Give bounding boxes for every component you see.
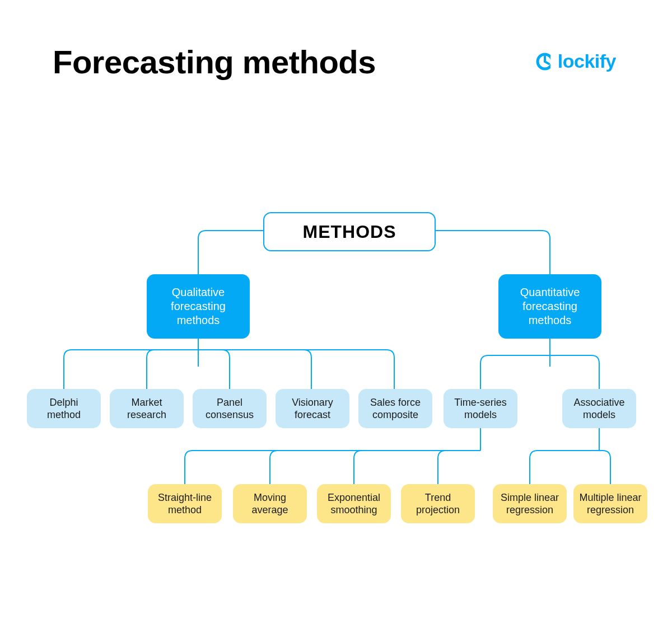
connector-lines — [27, 210, 645, 523]
clock-icon — [535, 52, 554, 71]
node-straight-line: Straight-line method — [148, 484, 222, 523]
node-simple-linear-regression: Simple linear regression — [493, 484, 567, 523]
svg-rect-1 — [550, 52, 554, 71]
logo-text: lockify — [558, 50, 616, 72]
brand-logo: lockify — [535, 50, 616, 72]
node-quantitative: Quantitative forecasting methods — [498, 274, 601, 339]
node-qualitative: Qualitative forecasting methods — [147, 274, 250, 339]
node-trend-projection: Trend projection — [401, 484, 475, 523]
node-associative-models: Associative models — [562, 389, 636, 428]
node-exponential-smoothing: Exponential smoothing — [317, 484, 391, 523]
node-multiple-linear-regression: Multiple linear regression — [573, 484, 647, 523]
node-methods-root: METHODS — [263, 212, 436, 251]
node-moving-average: Moving average — [233, 484, 307, 523]
node-visionary-forecast: Visionary forecast — [276, 389, 349, 428]
diagram-container: METHODS Qualitative forecasting methods … — [27, 210, 645, 523]
node-sales-force-composite: Sales force composite — [358, 389, 432, 428]
node-panel-consensus: Panel consensus — [193, 389, 267, 428]
page-title: Forecasting methods — [53, 44, 376, 81]
node-market-research: Market research — [110, 389, 184, 428]
node-time-series-models: Time-series models — [444, 389, 517, 428]
node-delphi: Delphi method — [27, 389, 101, 428]
